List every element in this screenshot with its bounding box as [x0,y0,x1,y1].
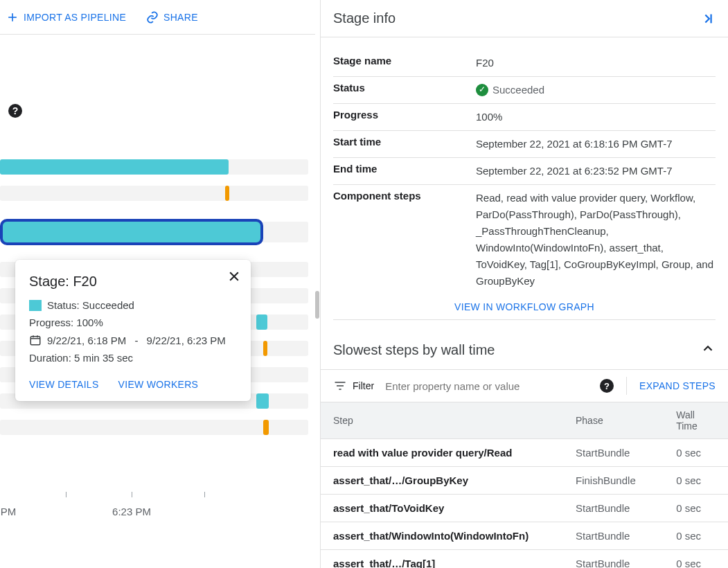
expand-steps-button[interactable]: EXPAND STEPS [639,380,716,391]
import-label: IMPORT AS PIPELINE [24,12,126,23]
axis-tickmark [66,492,66,497]
wall-cell: 0 sec [664,550,728,569]
col-step[interactable]: Step [321,402,563,439]
collapse-right-icon [700,11,716,26]
close-icon [227,269,241,283]
collapse-section-button[interactable] [700,341,716,360]
gantt-bar[interactable] [256,393,269,409]
check-circle-icon: ✓ [476,84,488,96]
slowest-steps-header: Slowest steps by wall time [321,320,728,369]
collapse-panel-button[interactable] [700,11,716,26]
phase-cell: FinishBundle [563,467,664,495]
filter-icon [333,379,347,393]
view-in-workflow-graph-button[interactable]: VIEW IN WORKFLOW GRAPH [333,294,716,320]
gantt-bar[interactable] [263,341,267,356]
axis-label: 6:23 PM [112,506,151,517]
gantt-row[interactable] [0,186,308,201]
col-phase[interactable]: Phase [563,402,664,439]
gantt-bar[interactable] [263,420,269,435]
axis-tickmark [132,492,132,497]
filter-bar: Filter ? EXPAND STEPS [321,369,728,402]
table-row[interactable]: read with value provider query/ReadStart… [321,439,728,467]
view-details-button[interactable]: VIEW DETAILS [29,379,99,390]
import-as-pipeline-button[interactable]: IMPORT AS PIPELINE [6,10,126,24]
svg-rect-0 [30,337,40,345]
kv-row-end-time: End time September 22, 2021 at 6:23:52 P… [333,158,716,185]
gantt-bar-selected[interactable] [0,219,263,245]
phase-cell: StartBundle [563,495,664,522]
tooltip-title: Stage: F20 [29,274,237,290]
kv-key: Status [333,82,476,98]
tooltip-dash: - [132,335,141,346]
step-cell: assert_that/…/Tag[1] [321,550,563,569]
wall-cell: 0 sec [664,522,728,550]
filter-input[interactable] [384,380,600,393]
stage-info-panel: Stage info Stage name F20 Status ✓ Succe… [320,0,728,568]
kv-key: Progress [333,109,476,125]
table-row[interactable]: assert_that/WindowInto(WindowIntoFn)Star… [321,522,728,550]
divider [626,377,627,395]
panel-title: Stage info [333,10,396,26]
kv-row-stage-name: Stage name F20 [333,50,716,77]
kv-val: September 22, 2021 at 6:18:16 PM GMT-7 [476,136,716,152]
slowest-steps-title: Slowest steps by wall time [333,342,495,358]
kv-row-progress: Progress 100% [333,104,716,131]
step-cell: assert_that/WindowInto(WindowIntoFn) [321,522,563,550]
tooltip-status-row: Status: Succeeded [29,299,237,311]
help-icon[interactable]: ? [8,104,22,118]
step-cell: assert_that/ToVoidKey [321,495,563,522]
gantt-bar[interactable] [225,186,229,201]
calendar-icon [29,334,42,346]
kv-val: ✓ Succeeded [476,82,716,98]
steps-table: Step Phase Wall Time read with value pro… [321,402,728,568]
col-wall-time[interactable]: Wall Time [664,402,728,439]
kv-val: Read, read with value provider query, Wo… [476,190,716,290]
share-button[interactable]: SHARE [145,10,198,24]
gantt-row[interactable] [0,159,308,175]
gantt-bar[interactable] [256,314,267,330]
gantt-bar[interactable] [0,159,229,175]
link-icon [145,10,159,24]
stage-tooltip: Stage: F20 Status: Succeeded Progress: 1… [15,260,251,401]
share-label: SHARE [163,12,198,23]
kv-val: F20 [476,55,716,71]
filter-label: Filter [353,380,374,391]
tooltip-progress: Progress: 100% [29,317,237,328]
gantt-row[interactable] [0,222,308,242]
wall-cell: 0 sec [664,495,728,522]
plus-icon [6,10,19,24]
phase-cell: StartBundle [563,550,664,569]
chevron-up-icon [700,341,716,356]
toolbar: IMPORT AS PIPELINE SHARE [0,0,315,35]
kv-key: Stage name [333,55,476,71]
kv-key: End time [333,163,476,179]
tooltip-end: 9/22/21, 6:23 PM [147,335,226,346]
tooltip-start: 9/22/21, 6:18 PM [47,335,126,346]
kv-val: September 22, 2021 at 6:23:52 PM GMT-7 [476,163,716,179]
table-row[interactable]: assert_that/…/Tag[1]StartBundle0 sec [321,550,728,569]
scrollbar-handle[interactable] [315,291,319,319]
kv-row-start-time: Start time September 22, 2021 at 6:18:16… [333,131,716,158]
axis-label: PM [1,506,17,517]
phase-cell: StartBundle [563,439,664,467]
status-swatch [29,300,42,311]
close-button[interactable] [227,269,241,285]
wall-cell: 0 sec [664,439,728,467]
kv-key: Component steps [333,190,476,290]
gantt-row[interactable] [0,420,308,435]
phase-cell: StartBundle [563,522,664,550]
kv-row-component-steps: Component steps Read, read with value pr… [333,185,716,294]
table-row[interactable]: assert_that/ToVoidKeyStartBundle0 sec [321,495,728,522]
panel-header: Stage info [321,0,728,37]
kv-key: Start time [333,136,476,152]
kv-row-status: Status ✓ Succeeded [333,77,716,104]
tooltip-duration: Duration: 5 min 35 sec [29,352,237,364]
tooltip-actions: VIEW DETAILS VIEW WORKERS [29,379,237,390]
view-workers-button[interactable]: VIEW WORKERS [118,379,199,390]
step-cell: assert_that/…/GroupByKey [321,467,563,495]
table-row[interactable]: assert_that/…/GroupByKeyFinishBundle0 se… [321,467,728,495]
wall-cell: 0 sec [664,467,728,495]
timeline-area: ? PM 6:23 PM Stage: F [0,35,315,568]
help-icon[interactable]: ? [600,379,614,393]
tooltip-status: Status: Succeeded [47,299,134,311]
